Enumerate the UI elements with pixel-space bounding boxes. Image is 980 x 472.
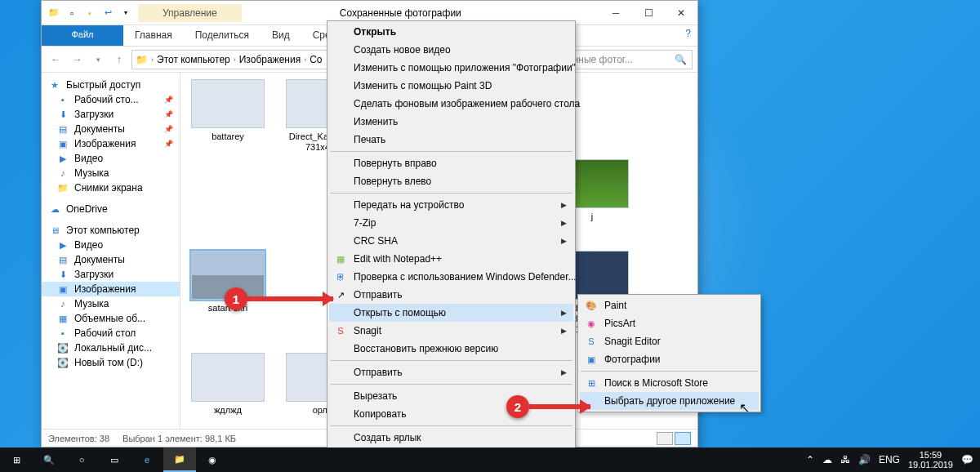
status-count: Элементов: 38 <box>48 434 109 443</box>
ctx-wallpaper[interactable]: Сделать фоновым изображением рабочего ст… <box>329 95 573 113</box>
tray-language[interactable]: ENG <box>879 454 900 465</box>
ribbon-tab-view[interactable]: Вид <box>261 25 301 46</box>
ctx-rotate-left[interactable]: Повернуть влево <box>329 172 573 190</box>
tray-network-icon[interactable]: 🖧 <box>840 454 850 465</box>
nav-forward-button[interactable]: → <box>68 51 86 69</box>
system-tray: ⌃ ☁ 🖧 🔊 ENG 15:59 19.01.2019 💬 <box>806 450 980 470</box>
nav-pc-volume-d[interactable]: 💽Новый том (D:) <box>42 355 180 370</box>
tray-chevron-icon[interactable]: ⌃ <box>806 454 814 465</box>
notepadpp-icon: ▦ <box>334 252 347 265</box>
crumb-folder[interactable]: Со <box>310 54 322 65</box>
cortana-button[interactable]: ○ <box>65 448 98 472</box>
ribbon-tab-file[interactable]: Файл <box>42 25 123 46</box>
ctx-edit[interactable]: Изменить <box>329 113 573 131</box>
sub-choose-app[interactable]: Выбрать другое приложение <box>580 392 759 410</box>
window-icon: 📁 <box>47 6 61 20</box>
view-thumbs-button[interactable] <box>675 432 691 445</box>
ctx-rotate-right[interactable]: Повернуть вправо <box>329 154 573 172</box>
nav-onedrive[interactable]: ☁OneDrive <box>42 202 180 216</box>
tray-onedrive-icon[interactable]: ☁ <box>822 454 832 465</box>
nav-screenshots[interactable]: 📁Снимки экрана <box>42 180 180 195</box>
picsart-icon: ◉ <box>585 317 598 330</box>
crumb-pc[interactable]: Этот компьютер <box>157 54 230 65</box>
qat-properties-icon[interactable]: ▫ <box>65 6 79 20</box>
nav-documents[interactable]: ▤Документы📌 <box>42 122 180 136</box>
ctx-shortcut[interactable]: Создать ярлык <box>329 429 573 447</box>
nav-videos[interactable]: ▶Видео <box>42 151 180 166</box>
tray-volume-icon[interactable]: 🔊 <box>858 454 871 465</box>
ribbon-tab-share[interactable]: Поделиться <box>184 25 261 46</box>
help-icon[interactable]: ? <box>679 25 697 46</box>
cursor-icon: ↖ <box>739 400 750 416</box>
ctx-cast[interactable]: Передать на устройство▶ <box>329 196 573 214</box>
nav-pc-pictures[interactable]: ▣Изображения <box>42 282 180 296</box>
nav-downloads[interactable]: ⬇Загрузки📌 <box>42 107 180 122</box>
tray-clock[interactable]: 15:59 19.01.2019 <box>908 450 953 470</box>
ctx-snagit[interactable]: SSnagit▶ <box>329 322 573 340</box>
ribbon-context-tab[interactable]: Управление <box>138 4 242 22</box>
ctx-notepadpp[interactable]: ▦Edit with Notepad++ <box>329 250 573 268</box>
nav-pc-documents[interactable]: ▤Документы <box>42 252 180 267</box>
ctx-defender[interactable]: ⛨Проверка с использованием Windows Defen… <box>329 268 573 286</box>
ctx-7zip[interactable]: 7-Zip▶ <box>329 214 573 232</box>
qat-undo-icon[interactable]: ↩ <box>100 6 115 20</box>
ctx-open-with[interactable]: Открыть с помощью▶ <box>329 304 573 322</box>
sub-paint[interactable]: 🎨Paint <box>580 296 759 314</box>
nav-this-pc[interactable]: 🖥Этот компьютер <box>42 223 180 238</box>
close-button[interactable]: ✕ <box>665 1 697 25</box>
search-icon: 🔍 <box>675 54 687 65</box>
status-selected: Выбран 1 элемент: 98,1 КБ <box>122 434 236 443</box>
ctx-edit-photos[interactable]: Изменить с помощью приложения "Фотографи… <box>329 59 573 77</box>
tray-notifications-icon[interactable]: 💬 <box>961 454 973 465</box>
nav-pc-3d[interactable]: ▦Объемные об... <box>42 311 180 326</box>
ribbon-tab-home[interactable]: Главная <box>123 25 184 46</box>
search-button[interactable]: 🔍 <box>33 448 65 472</box>
sub-picsart[interactable]: ◉PicsArt <box>580 314 759 332</box>
ctx-send-to[interactable]: Отправить▶ <box>329 363 573 381</box>
nav-pc-videos[interactable]: ▶Видео <box>42 238 180 252</box>
sub-store[interactable]: ⊞Поиск в Microsoft Store <box>580 374 759 392</box>
ctx-paint3d[interactable]: Изменить с помощью Paint 3D <box>329 77 573 95</box>
qat-newfolder-icon[interactable]: ▪ <box>82 6 97 20</box>
annotation-callout-1: 1 <box>225 287 333 310</box>
nav-pc-downloads[interactable]: ⬇Загрузки <box>42 267 180 282</box>
explorer-button[interactable]: 📁 <box>163 448 196 472</box>
annotation-callout-2: 2 <box>506 395 590 418</box>
chrome-button[interactable]: ◉ <box>196 448 229 472</box>
taskbar: ⊞ 🔍 ○ ▭ e 📁 ◉ ⌃ ☁ 🖧 🔊 ENG 15:59 19.01.20… <box>0 448 980 472</box>
start-button[interactable]: ⊞ <box>0 448 33 472</box>
photos-icon: ▣ <box>585 353 598 366</box>
store-icon: ⊞ <box>585 376 598 390</box>
nav-desktop[interactable]: ▪Рабочий сто...📌 <box>42 92 180 107</box>
ctx-new-video[interactable]: Создать новое видео <box>329 41 573 59</box>
maximize-button[interactable]: ☐ <box>632 1 665 25</box>
nav-pc-desktop[interactable]: ▪Рабочий стол <box>42 326 180 341</box>
minimize-button[interactable]: ─ <box>599 1 632 25</box>
ctx-print[interactable]: Печать <box>329 131 573 149</box>
nav-back-button[interactable]: ← <box>47 51 65 69</box>
edge-button[interactable]: e <box>131 448 163 472</box>
sub-photos[interactable]: ▣Фотографии <box>580 350 759 368</box>
nav-recent-button[interactable]: ▾ <box>89 51 107 69</box>
view-details-button[interactable] <box>657 432 673 445</box>
nav-music[interactable]: ♪Музыка <box>42 166 180 180</box>
file-item[interactable]: battarey <box>187 79 269 153</box>
qat-dropdown-icon[interactable]: ▾ <box>118 6 133 20</box>
defender-icon: ⛨ <box>334 270 347 283</box>
file-item[interactable]: ждлжд <box>187 353 269 416</box>
ctx-open[interactable]: Открыть <box>329 23 573 41</box>
nav-pc-localdisk[interactable]: 💽Локальный дис... <box>42 341 180 355</box>
ctx-share[interactable]: ↗Отправить <box>329 286 573 304</box>
taskview-button[interactable]: ▭ <box>98 448 131 472</box>
nav-up-button[interactable]: ↑ <box>110 51 128 69</box>
sub-snagit-editor[interactable]: SSnagit Editor <box>580 332 759 350</box>
crumb-images[interactable]: Изображения <box>239 54 301 65</box>
paint-icon: 🎨 <box>585 299 598 312</box>
ctx-crc[interactable]: CRC SHA▶ <box>329 232 573 250</box>
nav-pc-music[interactable]: ♪Музыка <box>42 296 180 311</box>
snagit-icon: S <box>334 324 347 337</box>
nav-pictures[interactable]: ▣Изображения📌 <box>42 136 180 151</box>
nav-quick-access[interactable]: ★Быстрый доступ <box>42 78 180 92</box>
context-submenu-openwith: 🎨Paint ◉PicsArt SSnagit Editor ▣Фотограф… <box>577 294 761 412</box>
ctx-restore[interactable]: Восстановить прежнюю версию <box>329 340 573 358</box>
